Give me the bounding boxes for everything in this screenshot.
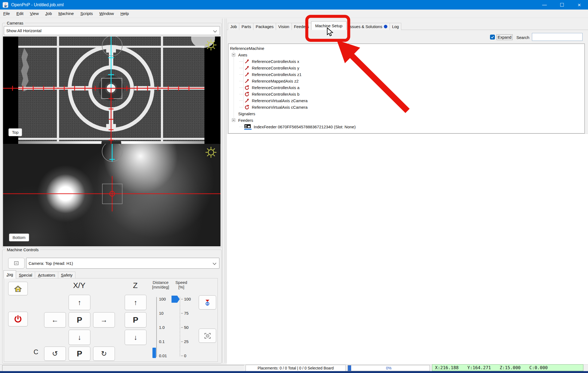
tree-item[interactable]: ReferenceMappedAxis z2	[228, 78, 584, 84]
status-message-field	[2, 365, 244, 371]
tree-item[interactable]: ReferenceControllerAxis b	[228, 91, 584, 97]
tab[interactable]: Job	[228, 23, 239, 30]
jog-x-plus-button[interactable]: →	[93, 312, 115, 327]
bottom-camera-label: Bottom	[9, 233, 29, 241]
maximize-button[interactable]	[553, 0, 571, 10]
app-icon	[2, 2, 8, 8]
home-button[interactable]	[8, 282, 28, 295]
xy-axis-label: X/Y	[44, 281, 114, 290]
tree-item[interactable]: IndexFeeder 0670FF565457888367212340 (Sl…	[228, 123, 584, 130]
minimize-button[interactable]: —	[536, 0, 553, 10]
linear-axis-icon	[244, 98, 250, 103]
rotary-axis-icon	[244, 85, 250, 90]
power-button[interactable]	[8, 312, 28, 326]
cameras-panel-label: Cameras	[5, 21, 25, 25]
menu-item[interactable]: File	[0, 10, 13, 18]
tree-item-label: ReferenceMappedAxis z2	[252, 79, 299, 83]
menu-item[interactable]: Edit	[13, 10, 27, 18]
top-camera-view[interactable]: Top	[3, 37, 220, 144]
tree-item[interactable]: ReferenceMachine	[228, 45, 584, 51]
arrow-left-icon: ←	[51, 316, 59, 324]
search-label: Search	[516, 35, 529, 40]
close-button[interactable]: ×	[571, 0, 588, 10]
distance-slider-handle[interactable]	[152, 348, 156, 358]
arrow-right-icon: →	[100, 316, 108, 324]
chevron-down-icon	[213, 29, 217, 33]
tab[interactable]: Feeders	[292, 23, 311, 30]
machine-controls-tab[interactable]: Special	[16, 272, 35, 278]
arrow-down-icon: ↓	[134, 333, 137, 342]
tab[interactable]: Packages	[253, 23, 276, 30]
tree-item[interactable]: Signalers	[228, 110, 584, 117]
tab[interactable]: Issues & Solutions	[346, 23, 390, 30]
jog-x-minus-button[interactable]: ←	[44, 312, 66, 327]
tree-collapse-icon[interactable]	[232, 53, 235, 56]
collapse-panel-button[interactable]	[8, 258, 24, 269]
bottom-camera-view[interactable]: Bottom	[3, 144, 220, 246]
rotary-axis-icon	[244, 91, 250, 97]
tab[interactable]: Log	[390, 23, 401, 30]
park-c-button[interactable]: P	[69, 347, 90, 361]
tree-item[interactable]: ReferenceVirtualAxis cCamera	[228, 104, 584, 110]
coordinate-y: Y:164.271	[467, 365, 491, 370]
top-camera-overlay	[3, 37, 220, 144]
tree-item[interactable]: ReferenceControllerAxis z1	[228, 71, 584, 78]
tree-item[interactable]: ReferenceControllerAxis x	[228, 58, 584, 65]
tree-item[interactable]: ReferenceControllerAxis a	[228, 84, 584, 91]
machine-setup-tree: ReferenceMachine Axes ReferenceControlle…	[228, 44, 585, 134]
tree-item-label: ReferenceControllerAxis x	[252, 59, 299, 64]
head-camera-value: Camera: Top (Head: H1)	[29, 261, 73, 266]
feeder-icon	[244, 124, 252, 130]
camera-view-select[interactable]: Show All Horizontal	[4, 26, 220, 35]
brightness-sun-icon[interactable]	[205, 146, 217, 160]
tree-item-label: ReferenceVirtualAxis cCamera	[252, 105, 308, 110]
c-axis-label: C	[30, 348, 41, 356]
tree-item[interactable]: Feeders	[228, 117, 584, 123]
park-nozzle-button[interactable]	[199, 295, 216, 310]
machine-controls-tab[interactable]: Safety	[58, 272, 76, 278]
machine-controls-tab[interactable]: Jog	[4, 270, 16, 278]
arrow-down-icon: ↓	[78, 333, 81, 342]
machine-controls-tab[interactable]: Actuators	[35, 272, 58, 278]
park-z-button[interactable]: P	[125, 312, 146, 327]
tree-item[interactable]: ReferenceControllerAxis y	[228, 65, 584, 71]
menu-item[interactable]: Scripts	[77, 10, 96, 18]
rotate-cw-button[interactable]: ↻	[93, 347, 115, 361]
notification-badge-icon	[384, 25, 387, 28]
tree-item-label: IndexFeeder 0670FF565457888367212340 (Sl…	[254, 125, 356, 129]
tree-item[interactable]: ReferenceVirtualAxis zCamera	[228, 97, 584, 104]
machine-controls-tabs: JogSpecialActuatorsSafety	[4, 270, 75, 278]
tree-collapse-icon[interactable]	[232, 119, 235, 122]
expand-checkbox[interactable]	[490, 35, 495, 40]
speed-slider-track[interactable]	[180, 297, 180, 357]
jog-xy-down-button[interactable]: ↓	[69, 330, 90, 345]
position-camera-button[interactable]	[199, 329, 216, 343]
jog-z-up-button[interactable]: ↑	[125, 295, 146, 310]
tab[interactable]: Machine Setup	[311, 21, 347, 30]
jog-z-down-button[interactable]: ↓	[125, 330, 146, 345]
jog-xy-up-button[interactable]: ↑	[69, 295, 90, 310]
main-tab-bar: Job Parts Packages Vision Feeders	[228, 21, 401, 30]
tree-item-label: ReferenceVirtualAxis zCamera	[252, 98, 308, 103]
distance-slider-track[interactable]	[156, 297, 157, 357]
splitter-handle[interactable]	[225, 19, 225, 363]
menu-item[interactable]: Window	[96, 10, 117, 18]
expand-checkbox-label[interactable]: Expand	[497, 34, 513, 40]
top-camera-label: Top	[8, 128, 22, 136]
tree-item[interactable]: Axes	[228, 51, 584, 58]
search-input[interactable]	[532, 33, 583, 41]
rotate-ccw-button[interactable]: ↺	[44, 347, 66, 361]
head-camera-select[interactable]: Camera: Top (Head: H1)	[26, 258, 219, 269]
tab[interactable]: Vision	[276, 23, 292, 30]
splitter-handle[interactable]	[222, 19, 222, 363]
tree-item-label: ReferenceMachine	[230, 46, 264, 51]
linear-axis-icon	[244, 72, 250, 77]
menu-item[interactable]: Job	[42, 10, 55, 18]
menu-item[interactable]: Help	[117, 10, 132, 18]
tab[interactable]: Parts	[239, 23, 253, 30]
menu-item[interactable]: Machine	[55, 10, 77, 18]
brightness-sun-icon[interactable]	[205, 39, 217, 52]
menu-bar: FileEditViewJobMachineScriptsWindowHelp	[0, 10, 588, 18]
menu-item[interactable]: View	[27, 10, 42, 18]
park-xy-button[interactable]: P	[69, 312, 90, 327]
